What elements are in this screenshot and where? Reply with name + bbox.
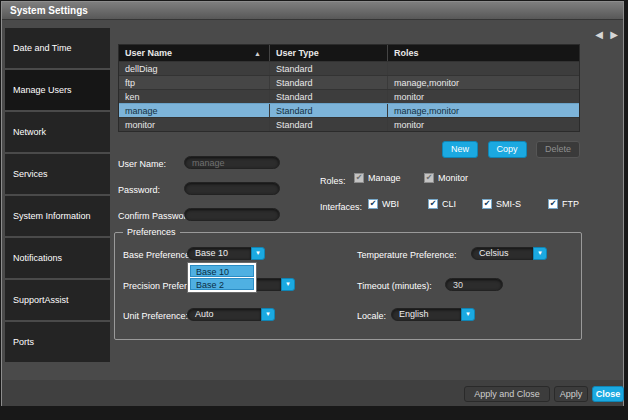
sidebar-item-supportassist[interactable]: SupportAssist [5, 280, 110, 320]
cell-roles: manage,monitor [387, 76, 579, 89]
checkbox-checked-icon: ✔ [548, 199, 558, 209]
column-header-user-name[interactable]: User Name ▲ [119, 48, 269, 58]
dropdown-value: Celsius [471, 247, 533, 260]
timeout-label: Timeout (minutes): [357, 280, 432, 292]
cell-roles: monitor [387, 118, 579, 131]
cell-user-type: Standard [269, 90, 387, 103]
checkbox-smi-s[interactable]: ✔ SMI-S [482, 199, 521, 209]
user-name-label: User Name: [118, 158, 166, 170]
column-label: User Type [276, 48, 319, 58]
dropdown-value: Base 10 [187, 247, 251, 260]
cell-user-name: manage [119, 106, 269, 116]
cell-user-name: ken [119, 92, 269, 102]
cell-user-type: Standard [269, 76, 387, 89]
checkbox-checked-icon: ✔ [482, 199, 492, 209]
sidebar-item-notifications[interactable]: Notifications [5, 238, 110, 278]
chevron-down-icon[interactable]: ▼ [261, 308, 275, 321]
cell-roles: monitor [387, 90, 579, 103]
table-row[interactable]: ken Standard monitor [119, 89, 579, 103]
temperature-preference-dropdown[interactable]: Celsius ▼ [471, 247, 547, 260]
sidebar-item-ports[interactable]: Ports [5, 322, 110, 362]
checkbox-checked-icon: ✔ [354, 173, 364, 183]
column-header-roles[interactable]: Roles [387, 45, 579, 61]
locale-label: Locale: [357, 310, 386, 322]
users-table: User Name ▲ User Type Roles dellDiag Sta… [118, 44, 580, 132]
table-actions: New Copy Delete [118, 138, 580, 158]
checkbox-label: CLI [442, 199, 456, 209]
chevron-down-icon[interactable]: ▼ [533, 247, 547, 260]
confirm-password-label: Confirm Password: [118, 210, 194, 222]
table-row[interactable]: monitor Standard monitor [119, 117, 579, 131]
chevron-down-icon[interactable]: ▼ [461, 308, 475, 321]
sidebar-item-services[interactable]: Services [5, 154, 110, 194]
checkbox-checked-icon: ✔ [424, 173, 434, 183]
user-name-input[interactable] [184, 156, 280, 169]
checkbox-label: WBI [382, 199, 399, 209]
sidebar-item-manage-users[interactable]: Manage Users [5, 70, 110, 110]
unit-preference-label: Unit Preference: [123, 310, 188, 322]
confirm-password-input[interactable] [184, 208, 280, 221]
system-settings-dialog: System Settings Date and Time Manage Use… [1, 1, 624, 406]
cell-roles: manage,monitor [387, 104, 579, 117]
cell-user-name: monitor [119, 120, 269, 130]
checkbox-ftp[interactable]: ✔ FTP [548, 199, 579, 209]
close-button[interactable]: Close [592, 386, 624, 402]
sidebar-item-system-information[interactable]: System Information [5, 196, 110, 236]
chevron-down-icon[interactable]: ▼ [251, 247, 265, 260]
checkbox-checked-icon: ✔ [368, 199, 378, 209]
checkbox-label: Monitor [438, 173, 468, 183]
password-input[interactable] [184, 182, 280, 195]
preferences-group: Preferences Base Preference: Base 10 ▼ B… [114, 232, 582, 340]
checkbox-label: Manage [368, 173, 401, 183]
base-preference-label: Base Preference: [123, 249, 193, 261]
sort-ascending-icon: ▲ [254, 50, 261, 57]
interfaces-label: Interfaces: [320, 201, 362, 213]
apply-and-close-button[interactable]: Apply and Close [464, 386, 550, 402]
cell-user-type: Standard [269, 62, 387, 75]
base-preference-dropdown[interactable]: Base 10 ▼ [187, 247, 265, 260]
cell-roles [387, 62, 579, 75]
nav-forward-icon[interactable]: ▶ [607, 28, 621, 41]
delete-button[interactable]: Delete [536, 141, 580, 158]
temperature-preference-label: Temperature Preference: [357, 249, 457, 261]
cell-user-name: dellDiag [119, 64, 269, 74]
column-header-user-type[interactable]: User Type [269, 45, 387, 61]
dropdown-value: Auto [187, 308, 261, 321]
copy-button[interactable]: Copy [488, 141, 527, 158]
table-row-selected[interactable]: manage Standard manage,monitor [119, 103, 579, 117]
checkbox-checked-icon: ✔ [428, 199, 438, 209]
column-label: User Name [125, 48, 172, 58]
cell-user-name: ftp [119, 78, 269, 88]
dropdown-option-base-10[interactable]: Base 10 [190, 265, 254, 277]
checkbox-label: FTP [562, 199, 579, 209]
preferences-legend: Preferences [123, 227, 180, 237]
sidebar-item-date-and-time[interactable]: Date and Time [5, 28, 110, 68]
dropdown-value: English [391, 308, 461, 321]
table-row[interactable]: dellDiag Standard [119, 61, 579, 75]
dialog-title: System Settings [2, 2, 623, 20]
roles-label: Roles: [320, 175, 346, 187]
checkbox-cli[interactable]: ✔ CLI [428, 199, 456, 209]
nav-back-icon[interactable]: ◀ [592, 28, 606, 41]
apply-button[interactable]: Apply [554, 386, 588, 402]
base-preference-open-list: Base 10 Base 2 [187, 262, 257, 293]
checkbox-wbi[interactable]: ✔ WBI [368, 199, 399, 209]
column-label: Roles [394, 48, 419, 58]
timeout-input[interactable] [445, 278, 503, 291]
table-row[interactable]: ftp Standard manage,monitor [119, 75, 579, 89]
unit-preference-dropdown[interactable]: Auto ▼ [187, 308, 275, 321]
dropdown-option-base-2[interactable]: Base 2 [190, 278, 254, 290]
checkbox-manage[interactable]: ✔ Manage [354, 173, 401, 183]
chevron-down-icon[interactable]: ▼ [281, 278, 295, 291]
sidebar-item-network[interactable]: Network [5, 112, 110, 152]
checkbox-monitor[interactable]: ✔ Monitor [424, 173, 468, 183]
cell-user-type: Standard [269, 118, 387, 131]
cell-user-type: Standard [269, 104, 387, 117]
checkbox-label: SMI-S [496, 199, 521, 209]
table-header: User Name ▲ User Type Roles [119, 45, 579, 61]
password-label: Password: [118, 184, 160, 196]
new-button[interactable]: New [442, 141, 478, 158]
locale-dropdown[interactable]: English ▼ [391, 308, 475, 321]
